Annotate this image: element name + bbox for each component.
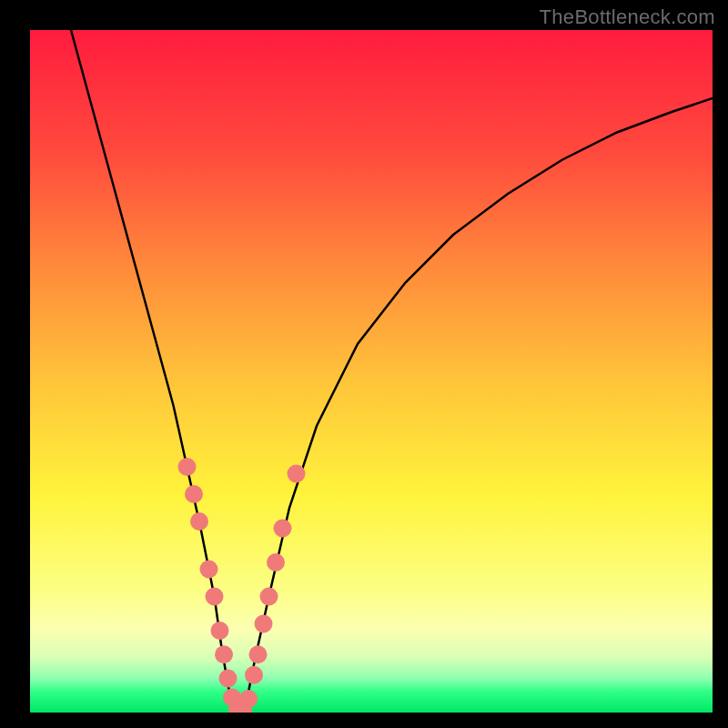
curve-group xyxy=(71,30,713,713)
data-marker xyxy=(267,553,285,571)
data-marker xyxy=(239,690,258,708)
data-marker xyxy=(215,645,233,663)
data-marker xyxy=(274,520,292,538)
data-marker xyxy=(245,666,263,684)
data-marker xyxy=(200,561,218,579)
data-marker xyxy=(288,465,306,483)
plot-area xyxy=(30,30,713,713)
data-marker xyxy=(178,458,197,476)
data-marker xyxy=(219,670,238,688)
watermark-text: TheBottleneck.com xyxy=(540,5,715,29)
data-marker xyxy=(206,588,224,606)
bottleneck-curve xyxy=(71,30,713,713)
data-marker xyxy=(190,512,208,531)
data-marker xyxy=(260,588,278,606)
data-markers xyxy=(178,458,306,713)
data-marker xyxy=(211,622,229,640)
data-marker xyxy=(249,645,268,663)
data-marker xyxy=(185,485,203,503)
data-marker xyxy=(255,615,273,633)
chart-frame: TheBottleneck.com xyxy=(0,0,728,728)
chart-svg xyxy=(30,30,713,713)
